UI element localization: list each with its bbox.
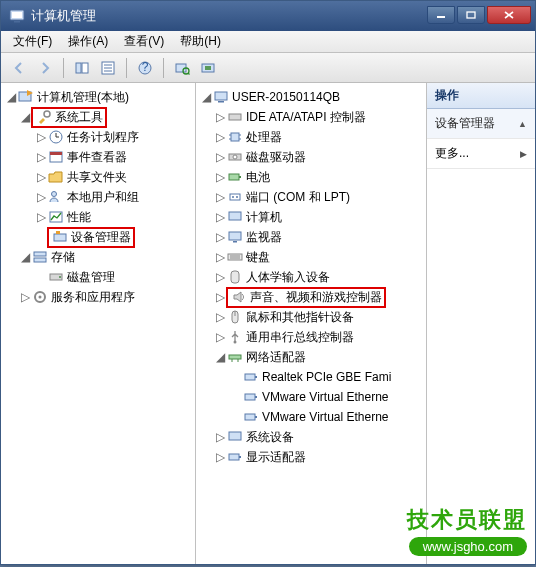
device-system[interactable]: ▷系统设备 [198, 427, 424, 447]
disk-drive-icon [226, 149, 244, 165]
toolbar-separator [163, 58, 164, 78]
svg-rect-7 [76, 63, 81, 73]
tree-label: 系统工具 [53, 109, 103, 126]
svg-rect-30 [56, 231, 60, 234]
maximize-button[interactable] [457, 6, 485, 24]
tree-task-scheduler[interactable]: ▷ 任务计划程序 [3, 127, 193, 147]
tree-disk-mgmt[interactable]: 磁盘管理 [3, 267, 193, 287]
toolbar-separator [63, 58, 64, 78]
svg-point-51 [236, 196, 238, 198]
svg-rect-52 [229, 212, 241, 220]
tree-device-manager[interactable]: 设备管理器 [3, 227, 193, 247]
pc-icon [226, 209, 244, 225]
device-ports[interactable]: ▷端口 (COM 和 LPT) [198, 187, 424, 207]
actions-more[interactable]: 更多... ▶ [427, 139, 535, 169]
device-keyboard[interactable]: ▷键盘 [198, 247, 424, 267]
device-net-vmware1[interactable]: VMware Virtual Etherne [198, 387, 424, 407]
properties-button[interactable] [96, 56, 120, 80]
device-usb[interactable]: ▷通用串行总线控制器 [198, 327, 424, 347]
svg-rect-53 [229, 232, 241, 240]
svg-rect-1 [14, 21, 20, 23]
tree-label: 事件查看器 [65, 149, 127, 166]
battery-icon [226, 169, 244, 185]
speaker-icon [230, 289, 248, 305]
device-sound[interactable]: ▷ 声音、视频和游戏控制器 [198, 287, 424, 307]
svg-rect-62 [229, 355, 241, 359]
tree-services-apps[interactable]: ▷ 服务和应用程序 [3, 287, 193, 307]
menu-help[interactable]: 帮助(H) [174, 31, 227, 52]
collapse-icon: ◢ [19, 250, 31, 264]
svg-rect-37 [215, 92, 227, 100]
svg-point-46 [233, 155, 237, 159]
svg-rect-47 [229, 174, 239, 180]
device-net-vmware2[interactable]: VMware Virtual Etherne [198, 407, 424, 427]
tree-label: 性能 [65, 209, 91, 226]
tree-event-viewer[interactable]: ▷ 事件查看器 [3, 147, 193, 167]
tree-root-local[interactable]: ◢ 计算机管理(本地) [3, 87, 193, 107]
tools-icon [35, 109, 53, 125]
svg-rect-73 [239, 456, 241, 458]
device-net-realtek[interactable]: Realtek PCIe GBE Fami [198, 367, 424, 387]
device-mgr-icon [51, 229, 69, 245]
highlight-box: 设备管理器 [47, 227, 135, 248]
device-ide[interactable]: ▷IDE ATA/ATAPI 控制器 [198, 107, 424, 127]
help-button[interactable]: ? [133, 56, 157, 80]
close-button[interactable] [487, 6, 531, 24]
svg-rect-67 [245, 394, 255, 400]
menu-view[interactable]: 查看(V) [118, 31, 170, 52]
tree-system-tools[interactable]: ◢ 系统工具 [3, 107, 193, 127]
menu-file[interactable]: 文件(F) [7, 31, 58, 52]
menu-action[interactable]: 操作(A) [62, 31, 114, 52]
tree-local-users[interactable]: ▷ 本地用户和组 [3, 187, 193, 207]
device-display[interactable]: ▷显示适配器 [198, 447, 424, 467]
device-disk[interactable]: ▷磁盘驱动器 [198, 147, 424, 167]
svg-rect-65 [245, 374, 255, 380]
tree-shared-folders[interactable]: ▷ 共享文件夹 [3, 167, 193, 187]
tree-performance[interactable]: ▷ 性能 [3, 207, 193, 227]
collapse-icon: ◢ [214, 350, 226, 364]
tree-label: 磁盘管理 [65, 269, 115, 286]
device-network[interactable]: ◢网络适配器 [198, 347, 424, 367]
collapse-icon: ◢ [5, 90, 17, 104]
svg-rect-38 [218, 101, 224, 103]
disk-icon [47, 269, 65, 285]
scan-hardware-button[interactable] [170, 56, 194, 80]
svg-line-17 [188, 73, 190, 75]
svg-rect-8 [82, 63, 88, 73]
device-computer[interactable]: ▷计算机 [198, 207, 424, 227]
expand-icon: ▷ [19, 290, 31, 304]
svg-rect-39 [229, 114, 241, 120]
device-monitor[interactable]: ▷监视器 [198, 227, 424, 247]
menubar: 文件(F) 操作(A) 查看(V) 帮助(H) [1, 31, 535, 53]
nic-icon [242, 389, 260, 405]
show-hide-tree-button[interactable] [70, 56, 94, 80]
storage-icon [31, 249, 49, 265]
device-battery[interactable]: ▷电池 [198, 167, 424, 187]
keyboard-icon [226, 249, 244, 265]
expand-icon: ▷ [35, 190, 47, 204]
update-driver-button[interactable] [196, 56, 220, 80]
device-hid[interactable]: ▷人体学输入设备 [198, 267, 424, 287]
back-button[interactable] [7, 56, 31, 80]
svg-rect-70 [255, 416, 257, 418]
port-icon [226, 189, 244, 205]
device-root[interactable]: ◢ USER-20150114QB [198, 87, 424, 107]
collapse-icon: ◢ [19, 110, 31, 124]
network-icon [226, 349, 244, 365]
tree-storage[interactable]: ◢ 存储 [3, 247, 193, 267]
app-icon [9, 8, 25, 24]
computer-icon [212, 89, 230, 105]
svg-point-34 [59, 276, 61, 278]
toolbar-separator [126, 58, 127, 78]
highlight-box: 系统工具 [31, 107, 107, 128]
usb-icon [226, 329, 244, 345]
device-mouse[interactable]: ▷鼠标和其他指针设备 [198, 307, 424, 327]
collapse-icon: ▲ [518, 119, 527, 129]
forward-button[interactable] [33, 56, 57, 80]
hid-icon [226, 269, 244, 285]
minimize-button[interactable] [427, 6, 455, 24]
device-cpu[interactable]: ▷处理器 [198, 127, 424, 147]
actions-group[interactable]: 设备管理器 ▲ [427, 109, 535, 139]
svg-point-21 [44, 111, 50, 117]
display-adapter-icon [226, 449, 244, 465]
